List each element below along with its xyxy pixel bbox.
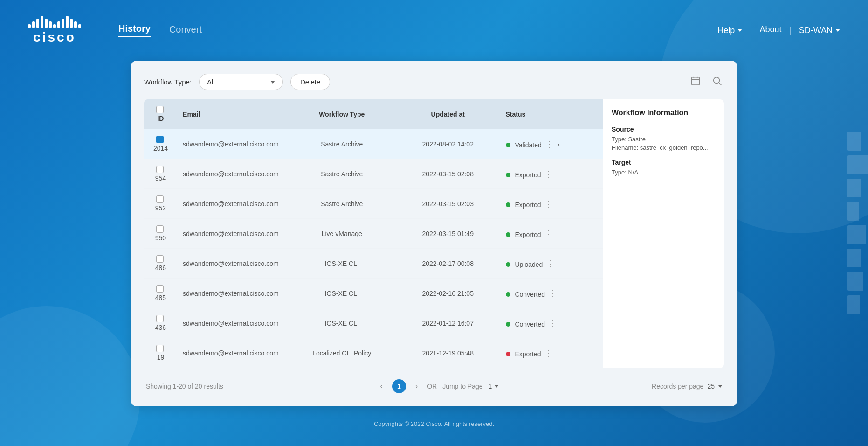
table-row[interactable]: 19 sdwandemo@external.cisco.com Localize… bbox=[144, 338, 603, 368]
records-value: 25 bbox=[707, 383, 715, 390]
workflow-type-value: All bbox=[207, 78, 215, 86]
nav-item-convert[interactable]: Convert bbox=[169, 24, 202, 37]
table-body: 2014 sdwandemo@external.cisco.com Sastre… bbox=[144, 129, 603, 368]
table-row[interactable]: 952 sdwandemo@external.cisco.com Sastre … bbox=[144, 189, 603, 219]
row-type: IOS-XE CLI bbox=[286, 249, 398, 279]
workflow-type-arrow-icon bbox=[270, 81, 275, 84]
status-text: Converted bbox=[515, 321, 545, 328]
row-expand-arrow[interactable]: › bbox=[558, 140, 560, 148]
target-section: Target Type: N/A bbox=[612, 159, 716, 176]
status-dot-icon bbox=[506, 352, 510, 356]
logo-icon bbox=[28, 16, 81, 28]
nav-item-history[interactable]: History bbox=[118, 23, 151, 37]
table-row[interactable]: 2014 sdwandemo@external.cisco.com Sastre… bbox=[144, 129, 603, 159]
row-date: 2022-02-16 21:05 bbox=[398, 279, 498, 308]
row-email: sdwandemo@external.cisco.com bbox=[175, 129, 286, 159]
row-checkbox[interactable] bbox=[156, 136, 164, 143]
table-row[interactable]: 954 sdwandemo@external.cisco.com Sastre … bbox=[144, 159, 603, 189]
status-dot-icon bbox=[506, 173, 510, 177]
row-menu-dots[interactable]: ⋮ bbox=[544, 259, 557, 268]
status-text: Uploaded bbox=[515, 261, 543, 268]
row-id: 486 bbox=[155, 264, 166, 272]
select-all-checkbox[interactable] bbox=[156, 106, 164, 113]
row-id: 485 bbox=[155, 294, 166, 301]
records-arrow-icon[interactable] bbox=[718, 385, 722, 388]
table-row[interactable]: 486 sdwandemo@external.cisco.com IOS-XE … bbox=[144, 249, 603, 279]
status-text: Exported bbox=[515, 171, 541, 179]
row-status: Uploaded ⋮ bbox=[498, 249, 603, 279]
row-menu-dots[interactable]: ⋮ bbox=[547, 319, 559, 328]
row-email: sdwandemo@external.cisco.com bbox=[175, 308, 286, 338]
row-checkbox[interactable] bbox=[156, 255, 164, 263]
row-menu-dots[interactable]: ⋮ bbox=[543, 199, 555, 209]
calendar-icon[interactable] bbox=[689, 74, 703, 90]
workflow-type-dropdown[interactable]: All bbox=[199, 74, 283, 90]
next-page-button[interactable]: › bbox=[412, 380, 421, 392]
row-checkbox-cell: 19 bbox=[144, 338, 175, 368]
table-row[interactable]: 950 sdwandemo@external.cisco.com Live vM… bbox=[144, 219, 603, 249]
row-status: Converted ⋮ bbox=[498, 279, 603, 308]
row-id: 954 bbox=[155, 174, 166, 182]
row-checkbox[interactable] bbox=[156, 195, 164, 203]
row-id: 2014 bbox=[153, 145, 168, 152]
jump-value[interactable]: 1 bbox=[489, 383, 492, 390]
jump-arrow-icon[interactable] bbox=[495, 385, 498, 388]
header-checkbox-cell: ID bbox=[144, 99, 175, 129]
row-id: 952 bbox=[155, 204, 166, 212]
row-date: 2022-08-02 14:02 bbox=[398, 129, 498, 159]
status-text: Converted bbox=[515, 291, 545, 298]
row-type: Localized CLI Policy bbox=[286, 338, 398, 368]
row-type: IOS-XE CLI bbox=[286, 279, 398, 308]
row-email: sdwandemo@external.cisco.com bbox=[175, 249, 286, 279]
row-checkbox[interactable] bbox=[156, 225, 164, 233]
current-page[interactable]: 1 bbox=[392, 379, 406, 393]
table-header-row: ID Email Workflow Type Updated at Status bbox=[144, 99, 603, 129]
row-date: 2022-03-15 01:49 bbox=[398, 219, 498, 249]
row-checkbox-cell: 2014 bbox=[144, 129, 175, 159]
row-email: sdwandemo@external.cisco.com bbox=[175, 159, 286, 189]
row-status: Exported ⋮ bbox=[498, 338, 603, 368]
row-menu-dots[interactable]: ⋮ bbox=[543, 348, 555, 358]
main-card: Workflow Type: All Delete bbox=[131, 61, 737, 406]
table-row[interactable]: 485 sdwandemo@external.cisco.com IOS-XE … bbox=[144, 279, 603, 308]
row-status: Exported ⋮ bbox=[498, 159, 603, 189]
row-status: Converted ⋮ bbox=[498, 308, 603, 338]
workflow-info-panel: Workflow Information Source Type: Sastre… bbox=[603, 99, 724, 368]
row-email: sdwandemo@external.cisco.com bbox=[175, 189, 286, 219]
main-nav: History Convert bbox=[118, 23, 202, 37]
source-section: Source Type: Sastre Filename: sastre_cx_… bbox=[612, 125, 716, 151]
row-date: 2022-03-15 02:08 bbox=[398, 159, 498, 189]
table-section: ID Email Workflow Type Updated at Status… bbox=[144, 99, 724, 368]
table-row[interactable]: 436 sdwandemo@external.cisco.com IOS-XE … bbox=[144, 308, 603, 338]
sdwan-dropdown[interactable]: SD-WAN bbox=[799, 26, 840, 35]
row-menu-dots[interactable]: ⋮ bbox=[547, 289, 559, 298]
delete-button[interactable]: Delete bbox=[290, 74, 330, 90]
prev-page-button[interactable]: ‹ bbox=[377, 380, 386, 392]
row-checkbox[interactable] bbox=[156, 285, 164, 293]
status-dot-icon bbox=[506, 143, 510, 147]
header-right: Help | About | SD-WAN bbox=[717, 25, 840, 36]
row-checkbox[interactable] bbox=[156, 345, 164, 352]
header-workflow-type: Workflow Type bbox=[286, 99, 398, 129]
header: cisco History Convert Help | About | SD-… bbox=[0, 0, 868, 61]
row-status: Validated ⋮ › bbox=[498, 129, 603, 159]
row-checkbox[interactable] bbox=[156, 315, 164, 322]
row-menu-dots[interactable]: ⋮ bbox=[543, 169, 555, 179]
search-icon[interactable] bbox=[710, 74, 724, 90]
records-per-page: Records per page 25 bbox=[652, 383, 722, 390]
help-chevron-icon bbox=[737, 29, 742, 32]
header-email: Email bbox=[175, 99, 286, 129]
help-dropdown[interactable]: Help bbox=[717, 26, 742, 35]
workflow-type-label: Workflow Type: bbox=[144, 78, 192, 86]
row-checkbox[interactable] bbox=[156, 166, 164, 173]
toolbar: Workflow Type: All Delete bbox=[144, 74, 724, 90]
row-type: IOS-XE CLI bbox=[286, 308, 398, 338]
records-label: Records per page bbox=[652, 383, 703, 390]
row-date: 2022-03-15 02:03 bbox=[398, 189, 498, 219]
row-menu-dots[interactable]: ⋮ bbox=[543, 229, 555, 238]
svg-point-4 bbox=[714, 77, 720, 84]
row-date: 2022-01-12 16:07 bbox=[398, 308, 498, 338]
about-link[interactable]: About bbox=[759, 25, 781, 36]
row-checkbox-cell: 436 bbox=[144, 308, 175, 338]
row-menu-dots[interactable]: ⋮ bbox=[544, 139, 556, 149]
